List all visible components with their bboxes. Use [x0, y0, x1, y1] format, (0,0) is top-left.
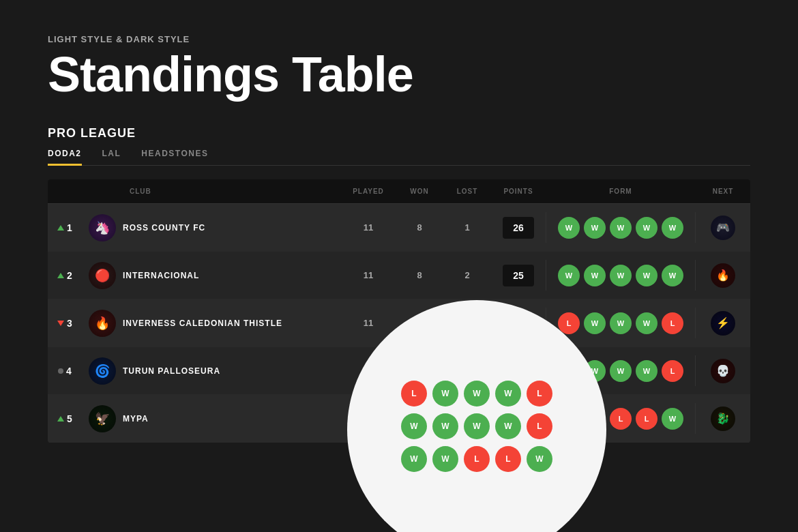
form-badge-w9: W [432, 446, 458, 472]
team-logo: 🦅 [89, 405, 116, 432]
table-header: CLUB PLAYED WON LOST POINTS FORM NEXT [48, 179, 750, 204]
rank-cell: 1 [48, 222, 82, 233]
trend-arrow-down [57, 321, 64, 326]
lost-stat: 2 [443, 270, 491, 280]
col-form: FORM [546, 188, 696, 195]
col-lost: LOST [443, 188, 491, 195]
rank-number: 4 [66, 366, 72, 376]
form-badge-w4: W [401, 413, 427, 439]
col-won: WON [396, 188, 443, 195]
form-badge: W [636, 312, 657, 334]
col-played: PLAYED [341, 188, 396, 195]
tab-doda2[interactable]: DODA2 [48, 149, 82, 166]
next-cell: 💀 [696, 359, 750, 383]
team-logo: 🔴 [89, 262, 116, 289]
form-badge-l: L [401, 381, 427, 407]
form-badge-w8: W [401, 446, 427, 472]
team-logo-cell: 🌀 [82, 357, 123, 385]
form-badge: W [662, 217, 683, 239]
form-badge: W [558, 217, 580, 239]
won-stat: 8 [396, 270, 443, 280]
won-stat: 8 [396, 222, 443, 233]
form-badge: W [610, 312, 632, 334]
form-badge: L [558, 312, 580, 334]
form-badge-w5: W [432, 413, 458, 439]
form-badge: W [584, 265, 606, 286]
form-badge: W [584, 312, 606, 334]
col-points: POINTS [491, 188, 546, 195]
rank-cell: 4 [48, 366, 82, 376]
tab-lal[interactable]: LAL [102, 149, 121, 166]
club-name: INVERNESS CALEDONIAN THISTLE [123, 319, 341, 328]
form-badge: W [636, 360, 657, 382]
next-cell: 🔥 [696, 263, 750, 288]
next-logo: 💀 [711, 359, 735, 383]
played-stat: 11 [341, 270, 396, 280]
circle-row-3: W W L L W [401, 446, 552, 472]
trend-arrow-up [57, 273, 64, 278]
form-badge-w3: W [495, 381, 521, 407]
club-name: INTERNACIONAL [123, 271, 341, 280]
points-cell: 26 [491, 217, 546, 239]
form-cell: LWWWL [546, 308, 696, 338]
page-title: Standings Table [48, 50, 750, 99]
rank-number: 2 [67, 270, 72, 281]
circle-row-1: L W W W L [401, 381, 552, 407]
played-stat: 11 [341, 318, 396, 328]
form-badge-l4: L [464, 446, 490, 472]
club-name: TURUN PALLOSEURA [123, 366, 341, 376]
col-rank [48, 188, 82, 195]
team-logo-cell: 🦅 [82, 405, 123, 432]
rank-number: 5 [67, 413, 72, 424]
next-cell: 🎮 [696, 216, 750, 240]
form-badge-w2: W [464, 381, 490, 407]
form-badge: L [610, 408, 632, 430]
table-row: 1 🦄 ROSS COUNTY FC 11 8 1 26 WWWWW 🎮 [48, 204, 750, 252]
team-logo-cell: 🔥 [82, 310, 123, 337]
league-title: PRO LEAGUE [48, 126, 750, 141]
rank-number: 1 [67, 222, 72, 233]
page-subtitle: LIGHT STYLE & DARK STYLE [48, 34, 750, 44]
form-badge: W [584, 217, 606, 239]
col-club: CLUB [123, 188, 341, 195]
form-badge: W [558, 265, 580, 286]
form-badge-w6: W [464, 413, 490, 439]
form-badge-w: W [432, 381, 458, 407]
team-logo: 🔥 [89, 310, 116, 337]
points-badge: 25 [503, 265, 534, 286]
form-badge: L [636, 408, 657, 430]
team-logo-cell: 🦄 [82, 214, 123, 241]
team-logo: 🌀 [89, 357, 116, 385]
rank-cell: 2 [48, 270, 82, 281]
club-name: MYPA [123, 414, 341, 424]
trend-neutral [58, 368, 63, 374]
tab-bar: DODA2 LAL HEADSTONES [48, 149, 750, 166]
form-badge: L [662, 312, 683, 334]
form-badge-l2: L [527, 381, 552, 407]
rank-cell: 3 [48, 318, 82, 329]
form-badge: W [636, 217, 657, 239]
points-badge: 26 [503, 217, 534, 239]
club-name: ROSS COUNTY FC [123, 223, 341, 233]
next-logo: 🎮 [711, 216, 735, 240]
form-badge-l3: L [527, 413, 552, 439]
next-logo: 🔥 [711, 263, 735, 288]
next-cell: 🐉 [696, 407, 750, 431]
trend-arrow-up [57, 416, 64, 422]
form-badge-l5: L [495, 446, 521, 472]
points-cell: 25 [491, 265, 546, 286]
table-row: 2 🔴 INTERNACIONAL 11 8 2 25 WWWWW 🔥 [48, 252, 750, 299]
circle-row-2: W W W W L [401, 413, 552, 439]
form-badge: L [662, 360, 683, 382]
form-badge: W [636, 265, 657, 286]
form-badge: W [610, 217, 632, 239]
next-cell: ⚡ [696, 311, 750, 336]
form-badge-w10: W [527, 446, 552, 472]
form-badge-w7: W [495, 413, 521, 439]
form-cell: WWWWW [546, 212, 696, 243]
lost-stat: 1 [443, 222, 491, 233]
col-next: NEXT [696, 188, 750, 195]
tab-headstones[interactable]: HEADSTONES [141, 149, 208, 166]
trend-arrow-up [57, 225, 64, 231]
rank-cell: 5 [48, 413, 82, 424]
